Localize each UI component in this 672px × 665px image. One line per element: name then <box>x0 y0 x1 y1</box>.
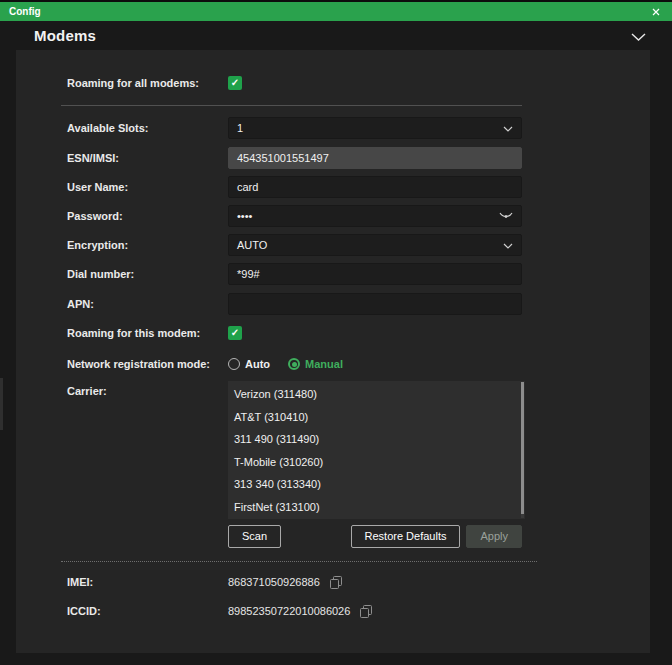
scan-button[interactable]: Scan <box>228 525 281 548</box>
window-title: Config <box>9 6 41 17</box>
row-password: Password: •••• <box>16 205 650 227</box>
available-slots-select[interactable]: 1 <box>228 117 522 139</box>
carrier-label: Carrier: <box>67 385 228 397</box>
apn-field[interactable] <box>228 293 522 315</box>
dial-number-value: *99# <box>237 268 260 280</box>
carrier-scrollbar[interactable] <box>521 382 524 518</box>
dial-number-label: Dial number: <box>67 268 228 280</box>
row-roaming-all: Roaming for all modems: <box>16 76 650 90</box>
roaming-all-checkbox[interactable] <box>228 76 242 90</box>
row-available-slots: Available Slots: 1 <box>16 117 650 139</box>
radio-manual-label: Manual <box>305 358 343 370</box>
row-iccid: ICCID: 89852350722010086026 <box>16 602 650 620</box>
apply-button[interactable]: Apply <box>466 525 522 548</box>
radio-manual[interactable]: Manual <box>288 358 343 370</box>
imei-label: IMEI: <box>67 576 228 588</box>
carrier-scrollbar-thumb[interactable] <box>521 382 524 514</box>
encryption-label: Encryption: <box>67 239 228 251</box>
radio-circle-icon <box>288 358 300 370</box>
registration-mode-label: Network registration mode: <box>67 358 228 370</box>
iccid-label: ICCID: <box>67 605 228 617</box>
apn-label: APN: <box>67 298 228 310</box>
divider-dotted <box>61 561 537 562</box>
modems-panel: Roaming for all modems: Available Slots:… <box>16 50 650 653</box>
reveal-password-icon[interactable] <box>499 212 513 220</box>
restore-defaults-button[interactable]: Restore Defaults <box>351 525 461 548</box>
user-name-label: User Name: <box>67 181 228 193</box>
user-name-value: card <box>237 181 258 193</box>
copy-icon[interactable] <box>330 576 342 589</box>
radio-auto-label: Auto <box>245 358 270 370</box>
esn-imsi-field[interactable]: 454351001551497 <box>228 147 522 169</box>
titlebar: Config <box>0 2 672 21</box>
available-slots-value: 1 <box>237 122 243 134</box>
password-value: •••• <box>237 210 252 222</box>
carrier-list-item[interactable]: FirstNet (313100) <box>228 496 525 519</box>
carrier-list-item[interactable]: AT&T (310410) <box>228 406 525 429</box>
registration-radio-group: Auto Manual <box>228 358 343 370</box>
iccid-value: 89852350722010086026 <box>228 605 350 617</box>
roaming-all-label: Roaming for all modems: <box>67 77 228 89</box>
row-carrier: Carrier: Verizon (311480) AT&T (310410) … <box>16 381 650 519</box>
modems-header[interactable]: Modems <box>0 21 672 50</box>
row-imei: IMEI: 868371050926886 <box>16 573 650 591</box>
carrier-list-item[interactable]: Verizon (311480) <box>228 383 525 406</box>
esn-imsi-value: 454351001551497 <box>237 152 329 164</box>
radio-circle-icon <box>228 358 240 370</box>
divider <box>61 105 522 106</box>
chevron-down-icon[interactable] <box>631 27 646 45</box>
chevron-down-icon <box>503 239 513 251</box>
dial-number-field[interactable]: *99# <box>228 263 522 285</box>
close-icon <box>652 8 660 16</box>
row-esn-imsi: ESN/IMSI: 454351001551497 <box>16 147 650 169</box>
esn-imsi-label: ESN/IMSI: <box>67 152 228 164</box>
close-button[interactable] <box>649 5 663 19</box>
user-name-field[interactable]: card <box>228 176 522 198</box>
roaming-modem-checkbox[interactable] <box>228 326 242 340</box>
radio-auto[interactable]: Auto <box>228 358 270 370</box>
carrier-listbox[interactable]: Verizon (311480) AT&T (310410) 311 490 (… <box>228 381 525 519</box>
carrier-list-item[interactable]: 313 340 (313340) <box>228 473 525 496</box>
password-label: Password: <box>67 210 228 222</box>
imei-value: 868371050926886 <box>228 576 320 588</box>
carrier-list-item[interactable]: T-Mobile (310260) <box>228 451 525 474</box>
available-slots-label: Available Slots: <box>67 122 228 134</box>
section-title: Modems <box>34 27 96 44</box>
roaming-modem-label: Roaming for this modem: <box>67 327 228 339</box>
row-registration-mode: Network registration mode: Auto Manual <box>16 356 650 372</box>
row-roaming-modem: Roaming for this modem: <box>16 326 650 340</box>
encryption-select[interactable]: AUTO <box>228 234 522 256</box>
row-dial-number: Dial number: *99# <box>16 263 650 285</box>
encryption-value: AUTO <box>237 239 267 251</box>
row-apn: APN: <box>16 293 650 315</box>
copy-icon[interactable] <box>360 605 372 618</box>
row-encryption: Encryption: AUTO <box>16 234 650 256</box>
row-buttons: Scan Restore Defaults Apply <box>16 524 650 548</box>
window-scrollbar-thumb[interactable] <box>0 378 3 430</box>
carrier-list-item[interactable]: 311 490 (311490) <box>228 428 525 451</box>
chevron-down-icon <box>503 122 513 134</box>
row-user-name: User Name: card <box>16 176 650 198</box>
password-field[interactable]: •••• <box>228 205 522 227</box>
